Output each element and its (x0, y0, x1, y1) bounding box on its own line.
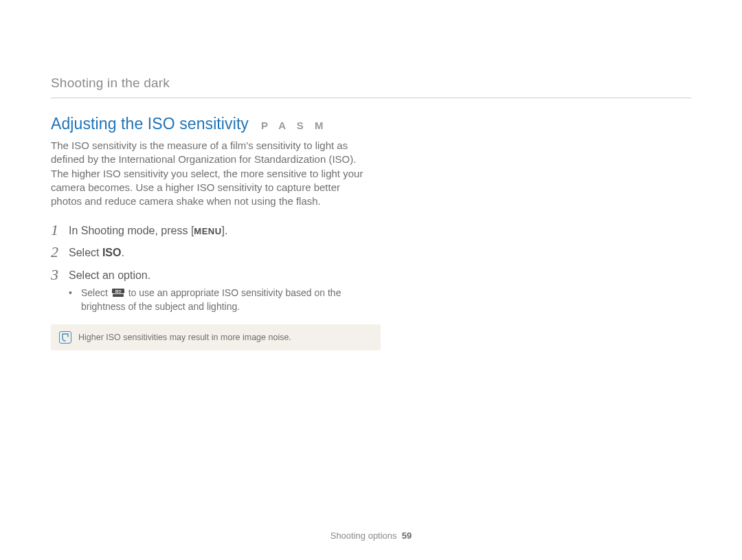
step-3: 3 Select an option. • Select ISO to use … (51, 267, 374, 313)
step-text: Select ISO. (69, 244, 124, 260)
svg-rect-2 (113, 294, 124, 297)
manual-page: Shooting in the dark Adjusting the ISO s… (0, 0, 742, 560)
step-1: 1 In Shooting mode, press [MENU]. (51, 222, 374, 238)
note-icon (59, 331, 71, 344)
step-number: 3 (51, 267, 69, 283)
svg-text:ISO: ISO (115, 289, 122, 293)
text: Select (81, 287, 111, 298)
text: Select an option. (69, 269, 150, 281)
step-number: 1 (51, 222, 69, 238)
page-title: Adjusting the ISO sensitivity (51, 115, 249, 133)
bullet-dot: • (69, 287, 81, 313)
heading-row: Adjusting the ISO sensitivity P A S M (51, 115, 374, 133)
content-column: Adjusting the ISO sensitivity P A S M Th… (51, 115, 374, 350)
sub-bullet: • Select ISO to use an appropriate ISO s… (69, 287, 374, 313)
step-2: 2 Select ISO. (51, 244, 374, 260)
text: ]. (222, 225, 228, 236)
note-box: Higher ISO sensitivities may result in m… (51, 324, 381, 350)
text: Select (69, 247, 102, 258)
mode-badges: P A S M (261, 120, 327, 131)
sub-bullet-text: Select ISO to use an appropriate ISO sen… (81, 287, 374, 313)
iso-auto-icon: ISO (112, 287, 124, 300)
sub-bullet-list: • Select ISO to use an appropriate ISO s… (69, 287, 374, 313)
text: . (121, 247, 124, 258)
step-text: In Shooting mode, press [MENU]. (69, 222, 228, 238)
footer-section-label: Shooting options (330, 530, 397, 541)
page-footer: Shooting options 59 (0, 530, 742, 541)
bold-text: ISO (102, 247, 122, 258)
note-text: Higher ISO sensitivities may result in m… (78, 333, 291, 342)
steps-list: 1 In Shooting mode, press [MENU]. 2 Sele… (51, 222, 374, 313)
page-number: 59 (402, 530, 412, 541)
step-text: Select an option. • Select ISO to use an… (69, 267, 374, 313)
menu-button-label: MENU (194, 225, 221, 238)
intro-paragraph: The ISO sensitivity is the measure of a … (51, 139, 374, 208)
step-number: 2 (51, 244, 69, 260)
text: In Shooting mode, press [ (69, 225, 194, 236)
section-name: Shooting in the dark (51, 76, 691, 91)
horizontal-rule (51, 98, 691, 98)
